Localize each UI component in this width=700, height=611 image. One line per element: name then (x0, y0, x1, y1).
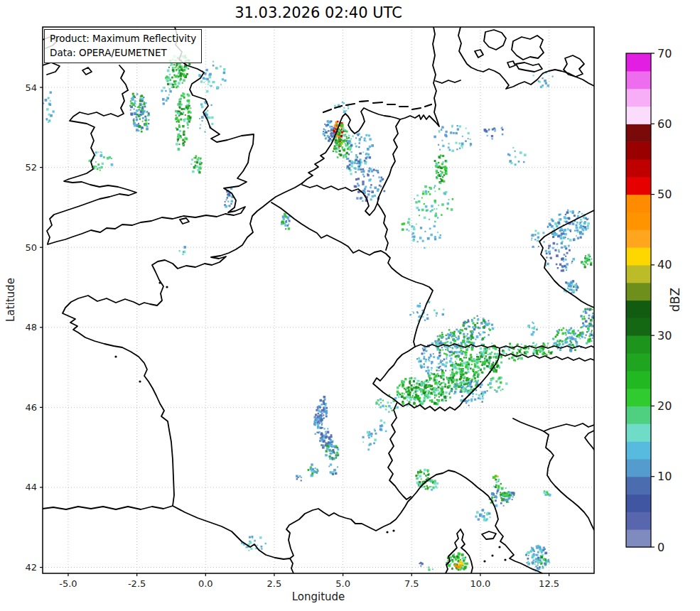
colorbar-tick-label: 50 (657, 188, 672, 201)
y-tick-label: 52 (25, 162, 37, 173)
border-france-belgium-germany (271, 202, 433, 347)
map-plot-area: -5.0-2.50.02.55.07.510.012.5545250484644… (0, 0, 700, 611)
colorbar-tick-label: 70 (657, 47, 672, 60)
isle-of-wight (180, 218, 189, 224)
x-tick-label: 2.5 (267, 578, 282, 589)
island-elba (482, 531, 496, 539)
x-tick-label: -2.5 (128, 578, 146, 589)
grid-lines (43, 27, 594, 573)
colorbar-label: dBZ (668, 288, 682, 312)
x-tick-label: 7.5 (404, 578, 419, 589)
island-fehmarn (507, 61, 515, 67)
info-box: Product: Maximum Reflectivity Data: OPER… (44, 29, 202, 63)
info-box-product: Product: Maximum Reflectivity (50, 31, 196, 45)
island-zealand (512, 36, 544, 60)
island-lolland (516, 63, 542, 72)
colorbar-tick-label: 40 (657, 258, 672, 271)
y-tick-label: 46 (25, 402, 37, 413)
island-ruegen (564, 55, 584, 77)
island-als (475, 50, 483, 58)
x-tick-label: 5.0 (335, 578, 350, 589)
border-belgium-netherlands (302, 185, 379, 215)
border-france-italy (388, 402, 411, 499)
coastline-nw-england (119, 65, 128, 90)
coastline-netherlands-germany-denmark (302, 27, 439, 183)
radar-figure: 31.03.2026 02:40 UTC (0, 0, 700, 611)
x-tick-label: 0.0 (198, 578, 213, 589)
x-tick-label: -5.0 (59, 578, 77, 589)
coastline-wales (47, 90, 136, 244)
y-tick-label: 54 (25, 82, 37, 93)
small-island-dots (114, 281, 506, 562)
y-tick-label: 50 (25, 242, 37, 253)
coastline-venice (513, 418, 594, 431)
border-germany-denmark (436, 80, 461, 83)
colorbar-tick-label: 10 (657, 470, 672, 483)
info-box-source: Data: OPERA/EUMETNET (50, 45, 196, 60)
border-pyrenees (173, 506, 294, 573)
colorbar-tick-label: 30 (657, 329, 672, 342)
radar-echoes (43, 55, 598, 572)
coastline-istria (585, 431, 594, 450)
colorbar (626, 53, 651, 548)
coastline-adriatic (544, 431, 594, 530)
plot-frame (43, 27, 594, 573)
coastline-scotland-fragment (43, 63, 60, 75)
coastline-france-west (43, 183, 302, 509)
x-tick-label: 10.0 (470, 578, 490, 589)
y-tick-label: 44 (25, 482, 37, 492)
border-netherlands-germany (379, 119, 400, 197)
y-tick-label: 42 (25, 562, 37, 573)
isle-of-man (82, 67, 92, 75)
x-tick-label: 12.5 (539, 578, 559, 589)
colorbar-tick-label: 60 (657, 117, 672, 131)
colorbar-tick-label: 20 (657, 399, 672, 413)
y-axis-label: Latitude (4, 278, 17, 322)
coastline-mediterranean-italy (286, 470, 542, 573)
island-fyn (484, 30, 506, 50)
frisian-islands-dashes (323, 101, 431, 112)
x-axis-label: Longitude (292, 590, 345, 603)
coastlines-and-borders (43, 27, 594, 573)
y-tick-label: 48 (25, 322, 37, 332)
colorbar-tick-label: 0 (657, 541, 664, 554)
border-belgium-luxembourg-germany (377, 203, 388, 250)
